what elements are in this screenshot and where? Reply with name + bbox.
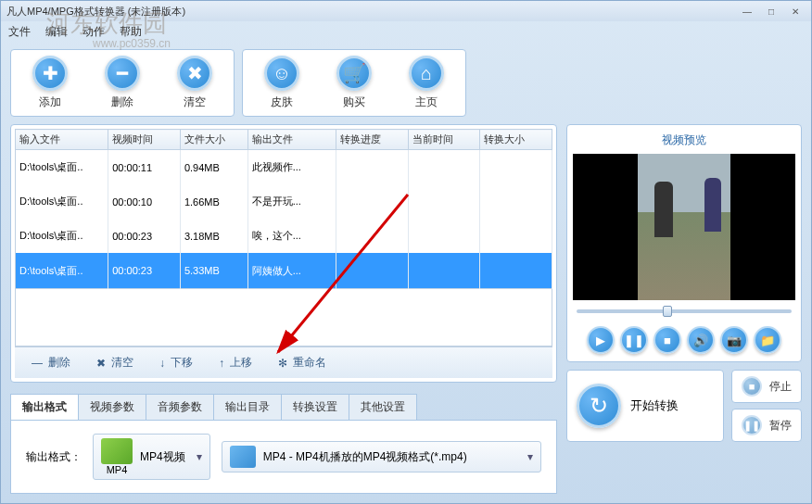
tab-0[interactable]: 输出格式 — [10, 394, 79, 420]
arrow-up-icon: ↑ — [219, 357, 224, 370]
format-desc-button[interactable]: MP4 - MP4机播放的MP4视频格式(*.mp4) ▾ — [222, 441, 541, 472]
minus-icon: — — [32, 357, 43, 370]
start-convert-label: 开始转换 — [630, 397, 679, 414]
add-button[interactable]: ✚ 添加 — [17, 56, 83, 110]
pause-convert-button[interactable]: ❚❚ 暂停 — [731, 409, 802, 442]
play-button[interactable]: ▶ — [587, 326, 615, 354]
file-table[interactable]: 输入文件视频时间文件大小输出文件转换进度当前时间转换大小 D:\tools\桌面… — [15, 129, 552, 289]
volume-button[interactable]: 🔊 — [687, 326, 715, 354]
tab-2[interactable]: 音频参数 — [146, 394, 214, 420]
open-button[interactable]: 📁 — [754, 326, 781, 354]
footer-up[interactable]: ↑上移 — [219, 355, 252, 371]
window-title: 凡人MP4/MPG格式转换器 (未注册版本) — [6, 5, 737, 19]
table-row[interactable]: D:\tools\桌面..00:00:110.94MB此视频作... — [16, 150, 552, 185]
col-header[interactable]: 输入文件 — [16, 130, 108, 150]
stop-convert-button[interactable]: ■ 停止 — [731, 370, 802, 403]
cart-icon: 🛒 — [336, 56, 372, 91]
preview-title: 视频预览 — [573, 131, 795, 154]
table-row[interactable]: D:\tools\桌面..00:00:235.33MB阿姨做人... — [16, 253, 552, 288]
seek-slider[interactable] — [577, 309, 792, 313]
arrow-down-icon: ↓ — [159, 357, 165, 370]
table-row[interactable]: D:\tools\桌面..00:00:101.66MB不是开玩... — [16, 184, 552, 219]
tab-1[interactable]: 视频参数 — [78, 394, 146, 420]
footer-clear[interactable]: ✖清空 — [96, 355, 133, 371]
minus-icon: ━ — [105, 56, 140, 91]
tab-4[interactable]: 转换设置 — [281, 394, 349, 420]
home-button[interactable]: ⌂ 主页 — [393, 56, 460, 110]
output-format-label: 输出格式： — [26, 449, 82, 465]
menu-file[interactable]: 文件 — [8, 24, 31, 40]
col-header[interactable]: 当前时间 — [408, 130, 480, 150]
chevron-down-icon: ▾ — [197, 450, 202, 463]
stop-button[interactable]: ■ — [653, 326, 681, 354]
smile-icon: ☺ — [264, 56, 299, 91]
pause-button[interactable]: ❚❚ — [620, 326, 648, 354]
mp4-icon — [101, 438, 133, 464]
mp4-file-icon — [230, 446, 256, 468]
format-select-button[interactable]: MP4 MP4视频 ▾ — [93, 434, 210, 480]
col-header[interactable]: 视频时间 — [108, 130, 181, 150]
clear-button[interactable]: ✖ 清空 — [161, 56, 228, 110]
plus-icon: ✚ — [32, 56, 68, 91]
delete-button[interactable]: ━ 删除 — [89, 56, 156, 110]
buy-button[interactable]: 🛒 购买 — [321, 56, 387, 110]
pause-icon: ❚❚ — [742, 415, 762, 435]
footer-down[interactable]: ↓下移 — [159, 355, 193, 371]
x-icon: ✖ — [96, 357, 106, 370]
minimize-button[interactable]: — — [737, 4, 757, 19]
x-icon: ✖ — [177, 56, 212, 91]
maximize-button[interactable]: □ — [761, 4, 781, 19]
col-header[interactable]: 转换大小 — [480, 130, 552, 150]
menu-help[interactable]: 帮助 — [120, 24, 142, 40]
chevron-down-icon: ▾ — [527, 450, 533, 463]
menu-action[interactable]: 动作 — [82, 24, 105, 40]
stop-icon: ■ — [742, 376, 762, 397]
col-header[interactable]: 转换进度 — [336, 130, 408, 150]
tab-3[interactable]: 输出目录 — [213, 394, 282, 420]
start-convert-button[interactable]: ↻ — [577, 384, 621, 428]
tab-5[interactable]: 其他设置 — [349, 394, 417, 420]
home-icon: ⌂ — [409, 56, 444, 91]
menu-edit[interactable]: 编辑 — [45, 24, 68, 40]
rename-icon: ✻ — [278, 357, 287, 370]
convert-icon: ↻ — [590, 393, 608, 419]
skin-button[interactable]: ☺ 皮肤 — [248, 56, 315, 110]
video-preview[interactable] — [573, 154, 795, 300]
snapshot-button[interactable]: 📷 — [720, 326, 748, 354]
close-button[interactable]: ✕ — [785, 4, 806, 19]
footer-delete[interactable]: —删除 — [32, 355, 70, 371]
col-header[interactable]: 输出文件 — [247, 130, 336, 150]
footer-rename[interactable]: ✻重命名 — [278, 355, 326, 371]
col-header[interactable]: 文件大小 — [180, 130, 247, 150]
table-row[interactable]: D:\tools\桌面..00:00:233.18MB唉，这个... — [16, 219, 552, 253]
